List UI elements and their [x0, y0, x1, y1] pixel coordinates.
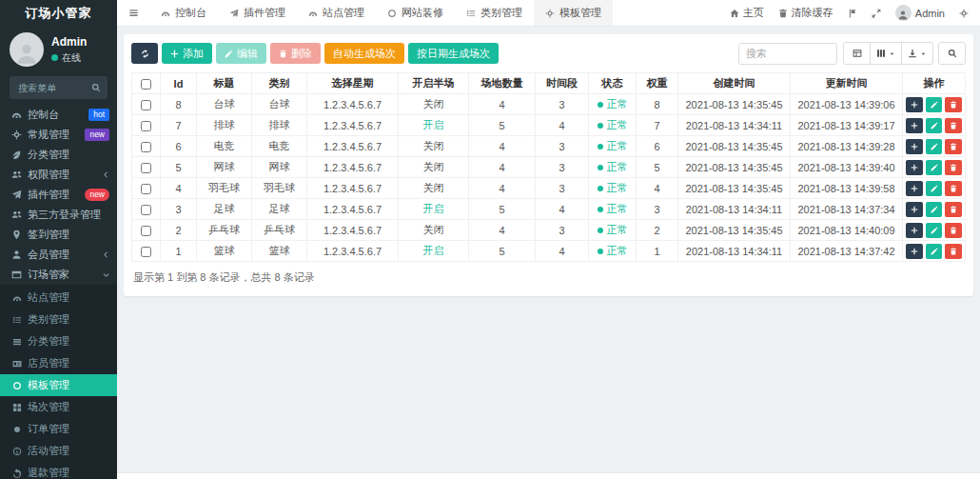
trash-icon: [950, 101, 957, 109]
topnav-tab[interactable]: 插件管理: [218, 0, 297, 26]
sidebar-item-label: 插件管理: [28, 188, 79, 202]
sidebar-item[interactable]: 控制台hot: [0, 105, 117, 125]
sidebar-item[interactable]: 会员管理: [0, 245, 117, 265]
row-add-button[interactable]: [906, 118, 923, 133]
sidebar-subitem[interactable]: 退款管理: [0, 462, 117, 479]
delete-button[interactable]: 删除: [270, 43, 321, 64]
user-status-label: 在线: [62, 51, 81, 65]
plus-icon: [911, 122, 918, 130]
cell-id: 5: [161, 157, 197, 178]
sidebar-item-label: 第三方登录管理: [28, 208, 109, 222]
row-delete-button[interactable]: [945, 223, 962, 238]
row-operations: [906, 139, 962, 154]
row-add-button[interactable]: [906, 244, 923, 259]
sidebar-item[interactable]: 分类管理: [0, 145, 117, 165]
row-checkbox[interactable]: [141, 226, 151, 236]
clear-cache-link[interactable]: 清除缓存: [778, 6, 833, 20]
topnav-tab[interactable]: 网站装修: [376, 0, 455, 26]
toggle-view-button[interactable]: [843, 42, 871, 65]
sidebar-subitem[interactable]: 站点管理: [0, 287, 117, 309]
row-edit-button[interactable]: [926, 202, 943, 217]
trash-icon: [950, 227, 957, 234]
column-header-id: Id: [161, 73, 197, 94]
status-dot-icon: [598, 186, 603, 191]
edit-button[interactable]: 编辑: [216, 43, 266, 64]
refresh-button[interactable]: [131, 43, 158, 64]
row-add-button[interactable]: [906, 223, 923, 238]
sidebar-subitem[interactable]: 店员管理: [0, 352, 117, 374]
sidebar-item[interactable]: 常规管理new: [0, 125, 117, 145]
export-button[interactable]: [901, 42, 933, 65]
select-all-checkbox[interactable]: [141, 79, 151, 90]
row-edit-button[interactable]: [926, 223, 943, 238]
cell-venue-count: 4: [469, 157, 536, 178]
row-add-button[interactable]: [906, 97, 923, 112]
row-add-button[interactable]: [906, 139, 923, 154]
row-add-button[interactable]: [906, 160, 923, 175]
cell-weekdays: 1.2.3.4.5.6.7: [307, 115, 399, 136]
topnav-tab[interactable]: 控制台: [149, 0, 218, 26]
row-checkbox[interactable]: [141, 142, 151, 152]
row-add-button[interactable]: [906, 181, 923, 196]
row-checkbox[interactable]: [141, 121, 151, 131]
home-link[interactable]: 主页: [730, 6, 764, 20]
row-delete-button[interactable]: [945, 118, 962, 133]
shortcut-button[interactable]: [848, 9, 857, 18]
row-edit-button[interactable]: [926, 244, 943, 259]
sidebar-subitem[interactable]: 模板管理: [0, 374, 117, 396]
row-checkbox[interactable]: [141, 163, 151, 173]
topnav-tab[interactable]: 模板管理: [534, 0, 613, 26]
sidebar-item[interactable]: 订场管家: [0, 265, 117, 285]
sidebar-subitem[interactable]: 活动管理: [0, 440, 117, 462]
row-checkbox[interactable]: [141, 205, 151, 215]
id-card-icon: [12, 359, 22, 369]
sidebar-item[interactable]: 插件管理new: [0, 185, 117, 205]
row-checkbox[interactable]: [141, 184, 151, 194]
search-button[interactable]: [938, 42, 966, 65]
row-delete-button[interactable]: [945, 139, 962, 154]
auto-generate-button[interactable]: 自动生成场次: [324, 43, 404, 64]
row-checkbox[interactable]: [141, 247, 151, 257]
sidebar-subitem[interactable]: 分类管理: [0, 330, 117, 352]
table-row: 6电竞电竞1.2.3.4.5.6.7关闭43正常62021-08-13 14:3…: [132, 136, 966, 157]
user-menu[interactable]: Admin: [895, 5, 945, 21]
cell-category: 排球: [252, 115, 307, 136]
row-edit-button[interactable]: [926, 160, 943, 175]
row-delete-button[interactable]: [945, 244, 962, 259]
row-edit-button[interactable]: [926, 181, 943, 196]
sidebar-item[interactable]: 权限管理: [0, 165, 117, 185]
cell-updated-at: 2021-08-13 14:37:42: [791, 241, 903, 262]
row-edit-button[interactable]: [926, 97, 943, 112]
settings-button[interactable]: [959, 9, 969, 18]
row-delete-button[interactable]: [945, 97, 962, 112]
cell-venue-count: 5: [469, 115, 536, 136]
cell-operations: [903, 157, 966, 178]
row-edit-button[interactable]: [926, 118, 943, 133]
row-add-button[interactable]: [906, 202, 923, 217]
column-header-weekdays: 选择星期: [307, 73, 399, 94]
columns-button[interactable]: [870, 42, 902, 65]
add-button[interactable]: 添加: [162, 43, 212, 64]
sidebar-item[interactable]: 第三方登录管理: [0, 205, 117, 225]
row-delete-button[interactable]: [945, 202, 962, 217]
table-row: 3足球足球1.2.3.4.5.6.7开启54正常32021-08-13 14:3…: [132, 199, 966, 220]
sidebar-item[interactable]: 签到管理: [0, 225, 117, 245]
table-search-input[interactable]: [738, 43, 837, 65]
sidebar-search-input[interactable]: [16, 82, 91, 94]
column-header-updated_at: 更新时间: [791, 73, 903, 94]
column-header-operations: 操作: [903, 73, 966, 94]
generate-by-date-button[interactable]: 按日期生成场次: [408, 43, 499, 64]
column-header-created_at: 创建时间: [678, 73, 791, 94]
row-delete-button[interactable]: [945, 181, 962, 196]
row-edit-button[interactable]: [926, 139, 943, 154]
sidebar-toggle-button[interactable]: [117, 0, 149, 26]
sidebar-subitem[interactable]: 订单管理: [0, 418, 117, 440]
topnav-tab[interactable]: 站点管理: [297, 0, 376, 26]
row-delete-button[interactable]: [945, 160, 962, 175]
row-checkbox[interactable]: [141, 100, 151, 110]
topnav-tab[interactable]: 类别管理: [455, 0, 534, 26]
sidebar-subitem[interactable]: 类别管理: [0, 309, 117, 330]
sidebar-subitem[interactable]: 场次管理: [0, 396, 117, 418]
sidebar: 订场小管家 Admin 在线 控制台hot常规管理new分类管理权限管理插件管理…: [0, 0, 117, 479]
fullscreen-button[interactable]: [872, 9, 881, 18]
